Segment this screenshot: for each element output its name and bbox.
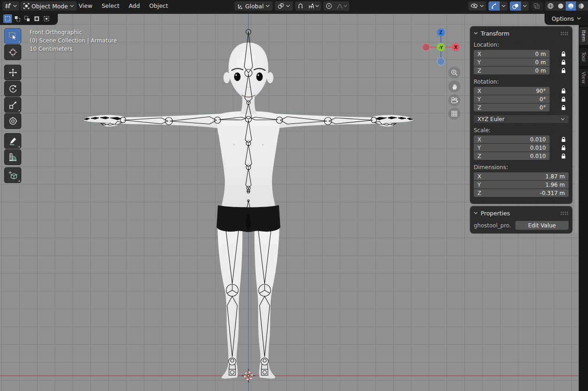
scale-x-field[interactable]: X 0.010 [474, 135, 550, 143]
menu-select[interactable]: Select [97, 0, 124, 12]
tab-view-label: View [581, 72, 587, 84]
options-dropdown[interactable]: Options [545, 12, 588, 25]
dimensions-z-field[interactable]: Z -0.317 m [474, 189, 569, 197]
transform-panel-header[interactable]: Transform [474, 29, 569, 37]
rotation-z-value: 0° [539, 104, 546, 111]
snap-toggle-button[interactable] [295, 1, 306, 11]
select-mode-set[interactable] [3, 14, 12, 23]
tool-transform[interactable] [4, 113, 21, 129]
rotation-z-lock[interactable] [560, 105, 567, 110]
edit-value-button[interactable]: Edit Value [515, 221, 569, 230]
panel-drag-grip[interactable] [560, 211, 569, 215]
tool-annotate[interactable] [4, 133, 21, 149]
sidebar-tab-tool[interactable]: Tool [579, 47, 588, 67]
3d-cursor[interactable] [241, 369, 255, 383]
location-y-lock[interactable] [560, 60, 567, 65]
menu-object[interactable]: Object [144, 0, 173, 12]
gizmo-neg-y-label: -Y [439, 45, 443, 50]
gizmo-axis-z[interactable]: Z [437, 29, 445, 37]
sidebar-scrollbar[interactable] [575, 26, 577, 233]
scale-z-lock[interactable] [560, 153, 567, 159]
show-overlays-toggle[interactable] [510, 1, 521, 11]
rotation-z-field[interactable]: Z 0° [474, 104, 550, 111]
lock-icon [561, 68, 566, 73]
mode-dropdown[interactable]: Object Mode [20, 1, 77, 11]
select-mode-extend[interactable] [13, 14, 22, 23]
scale-y-lock[interactable] [560, 145, 567, 151]
tool-cursor[interactable] [4, 44, 21, 60]
shading-solid-button[interactable] [556, 1, 566, 11]
sidebar-tab-view[interactable]: View [579, 68, 588, 87]
grid-icon [451, 110, 458, 117]
gizmo-axis-x[interactable]: X [452, 43, 460, 51]
shading-wireframe-button[interactable] [545, 1, 556, 11]
location-x-lock[interactable] [560, 51, 567, 57]
editor-type-selector[interactable] [2, 1, 19, 11]
wireframe-sphere-icon [547, 3, 554, 9]
rotation-mode-dropdown[interactable]: XYZ Euler [474, 115, 569, 123]
shading-dropdown[interactable] [586, 1, 588, 11]
properties-panel-header[interactable]: Properties [474, 209, 569, 217]
gizmo-x-label: X [454, 45, 458, 50]
shading-material-button[interactable] [566, 1, 576, 11]
menu-view[interactable]: View [74, 0, 97, 12]
tool-rotate[interactable] [4, 81, 21, 97]
zoom-view-button[interactable] [448, 67, 460, 79]
scale-y-field[interactable]: Y 0.010 [474, 144, 550, 152]
orientation-dropdown[interactable]: Global [235, 1, 272, 11]
select-invert-icon [34, 16, 40, 22]
proportional-falloff-dropdown[interactable] [334, 1, 349, 11]
scale-x-lock[interactable] [560, 137, 567, 142]
location-x-value: 0 m [535, 51, 546, 57]
xray-toggle[interactable] [531, 1, 543, 11]
tool-add-cube[interactable] [4, 167, 21, 183]
select-mode-subtract[interactable] [23, 14, 31, 23]
menu-add[interactable]: Add [124, 0, 144, 12]
tool-measure[interactable] [4, 149, 21, 165]
grid-scale-text: 10 Centimeters [30, 45, 117, 53]
move-icon [8, 68, 18, 77]
scale-icon [8, 100, 18, 110]
rotation-label: Rotation: [474, 79, 569, 85]
gizmo-axis-neg-y[interactable]: -Y [437, 43, 445, 51]
rotation-x-lock[interactable] [560, 88, 567, 94]
scale-z-field[interactable]: Z 0.010 [474, 152, 550, 160]
overlays-dropdown[interactable] [521, 1, 529, 11]
cursor-tool-icon [8, 48, 18, 57]
snap-settings-dropdown[interactable] [306, 1, 321, 11]
sidebar-tab-item[interactable]: Item [579, 26, 588, 46]
gizmo-axis-neg-x[interactable] [422, 43, 430, 51]
rotation-y-field[interactable]: Y 0° [474, 95, 550, 103]
tool-scale[interactable] [4, 97, 21, 113]
dimensions-y-field[interactable]: Y 1.96 m [474, 181, 569, 189]
gizmo-axis-neg-z[interactable] [437, 58, 445, 65]
show-gizmos-toggle[interactable] [489, 1, 500, 11]
shading-rendered-button[interactable] [576, 1, 586, 11]
location-x-field[interactable]: X 0 m [474, 50, 550, 58]
camera-view-button[interactable] [448, 94, 460, 106]
snapping-group [295, 1, 321, 11]
object-visibility-dropdown[interactable] [468, 1, 486, 11]
location-z-lock[interactable] [560, 68, 567, 73]
pivot-icon [278, 3, 284, 9]
gizmos-dropdown[interactable] [500, 1, 508, 11]
perspective-toggle-button[interactable] [448, 108, 460, 120]
proportional-edit-toggle[interactable] [323, 1, 334, 11]
location-z-field[interactable]: Z 0 m [474, 67, 550, 74]
nav-gizmo[interactable]: Z X -Y [419, 25, 465, 69]
rotation-x-field[interactable]: X 90° [474, 87, 550, 95]
panel-drag-grip[interactable] [560, 31, 569, 36]
tool-select-box[interactable] [4, 28, 21, 44]
dimensions-x-field[interactable]: X 1.87 m [474, 172, 569, 180]
rotation-y-lock[interactable] [560, 97, 567, 102]
pan-view-button[interactable] [448, 80, 460, 92]
select-mode-intersect[interactable] [42, 14, 51, 23]
select-mode-invert[interactable] [32, 14, 41, 23]
chevron-down-icon [480, 5, 484, 7]
select-subtract-icon [24, 16, 30, 22]
pivot-point-dropdown[interactable] [275, 1, 293, 11]
dimensions-x-value: 1.87 m [545, 173, 565, 180]
tool-move[interactable] [4, 65, 21, 80]
location-y-field[interactable]: Y 0 m [474, 58, 550, 66]
solid-sphere-icon [557, 3, 564, 9]
